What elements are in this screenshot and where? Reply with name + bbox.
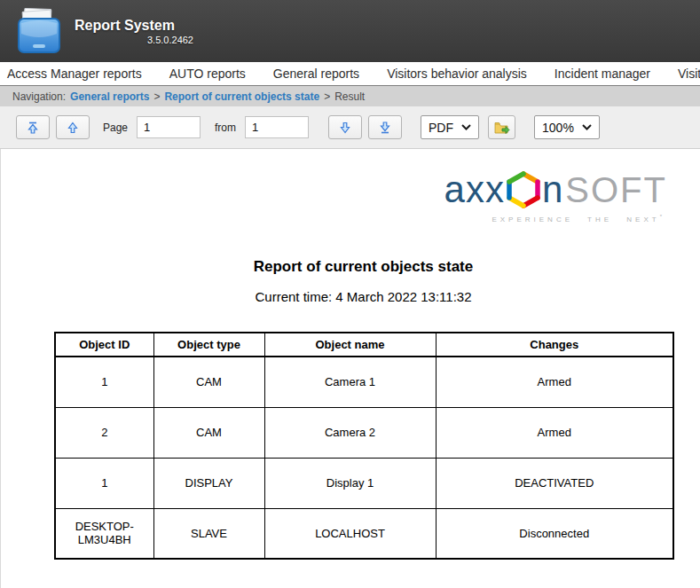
table-row: DESKTOP-LM3U4BHSLAVELOCALHOSTDisconnecte… — [55, 508, 673, 559]
table-header-row: Object IDObject typeObject nameChanges — [55, 333, 673, 357]
table-cell: Camera 2 — [264, 407, 436, 458]
first-page-icon — [26, 121, 40, 135]
tab-visito[interactable]: Visito — [678, 67, 700, 81]
arrow-down-icon — [338, 121, 352, 135]
page-number-input[interactable] — [137, 116, 201, 138]
breadcrumb-separator: > — [324, 90, 330, 103]
breadcrumb-link-general-reports[interactable]: General reports — [70, 90, 149, 103]
table-cell: LOCALHOST — [264, 508, 436, 559]
total-pages-input[interactable] — [245, 116, 309, 138]
table-cell: DESKTOP-LM3U4BH — [55, 508, 153, 559]
table-cell: CAM — [153, 407, 264, 458]
first-page-button[interactable] — [16, 115, 50, 139]
logo-tagline: EXPERIENCE THE NEXT* — [54, 214, 667, 223]
column-header: Object ID — [55, 333, 153, 357]
report-title: Report of current objects state — [54, 258, 672, 276]
breadcrumb-prefix: Navigation: — [12, 90, 66, 103]
table-cell: Armed — [436, 357, 673, 407]
tab-bar: Access Manager reportsAUTO reportsGenera… — [0, 62, 700, 85]
table-row: 2CAMCamera 2Armed — [55, 407, 673, 458]
export-format-value: PDF — [429, 121, 453, 135]
export-report-button[interactable] — [488, 115, 515, 139]
last-page-icon — [378, 121, 392, 135]
table-cell: Display 1 — [264, 458, 436, 508]
column-header: Changes — [436, 333, 673, 357]
table-cell: 1 — [55, 357, 153, 407]
table-cell: CAM — [153, 357, 264, 407]
table-row: 1CAMCamera 1Armed — [55, 357, 673, 407]
breadcrumb: Navigation: General reports > Report of … — [0, 85, 700, 106]
objects-state-table: Object IDObject typeObject nameChanges 1… — [54, 332, 674, 560]
breadcrumb-link-report-of-current-objects-state[interactable]: Report of current objects state — [164, 90, 319, 103]
table-cell: SLAVE — [153, 508, 264, 559]
report-toolbar: Page from PDF 100% — [0, 106, 700, 149]
arrow-up-icon — [66, 121, 80, 135]
last-page-button[interactable] — [368, 115, 402, 139]
tab-visitors-behavior-analysis[interactable]: Visitors behavior analysis — [387, 67, 527, 81]
logo-text-n: n — [542, 171, 563, 208]
app-version: 3.5.0.2462 — [147, 35, 193, 45]
breadcrumb-current: Result — [334, 90, 365, 103]
app-header: Report System 3.5.0.2462 — [0, 0, 700, 62]
column-header: Object type — [153, 333, 264, 357]
export-folder-icon — [494, 121, 510, 135]
hexagon-o-icon — [507, 171, 540, 208]
axxonsoft-logo: axx n SOFT EXPERIENCE THE NEXT* — [54, 171, 672, 231]
logo-text-soft: SOFT — [565, 172, 667, 208]
zoom-level-select[interactable]: 100% — [534, 115, 600, 139]
next-page-button[interactable] — [328, 115, 362, 139]
table-cell: DEACTIVATED — [436, 458, 673, 508]
table-cell: DISPLAY — [153, 458, 264, 508]
chevron-down-icon — [461, 124, 471, 130]
page-label: Page — [103, 122, 128, 134]
logo-text-axx: axx — [444, 171, 505, 208]
from-label: from — [215, 122, 236, 134]
app-title: Report System — [75, 18, 193, 34]
report-table-body: 1CAMCamera 1Armed2CAMCamera 2Armed1DISPL… — [55, 357, 673, 559]
tab-general-reports[interactable]: General reports — [273, 67, 359, 81]
table-cell: Camera 1 — [264, 357, 436, 407]
table-cell: Armed — [436, 407, 673, 458]
report-current-time: Current time: 4 March 2022 13:11:32 — [54, 289, 672, 304]
table-cell: 2 — [55, 407, 153, 458]
table-cell: 1 — [55, 458, 153, 508]
table-row: 1DISPLAYDisplay 1DEACTIVATED — [55, 458, 673, 508]
table-cell: Disconnected — [436, 508, 673, 559]
tab-auto-reports[interactable]: AUTO reports — [169, 67, 246, 81]
previous-page-button[interactable] — [56, 115, 90, 139]
report-system-logo-icon — [11, 5, 67, 57]
zoom-level-value: 100% — [542, 121, 574, 135]
column-header: Object name — [264, 333, 436, 357]
tab-incident-manager[interactable]: Incident manager — [554, 67, 650, 81]
tab-access-manager-reports[interactable]: Access Manager reports — [7, 67, 142, 81]
export-format-select[interactable]: PDF — [421, 115, 479, 139]
breadcrumb-separator: > — [153, 90, 160, 103]
chevron-down-icon — [582, 124, 592, 130]
report-viewport: axx n SOFT EXPERIENCE THE NEXT* — [0, 149, 700, 588]
